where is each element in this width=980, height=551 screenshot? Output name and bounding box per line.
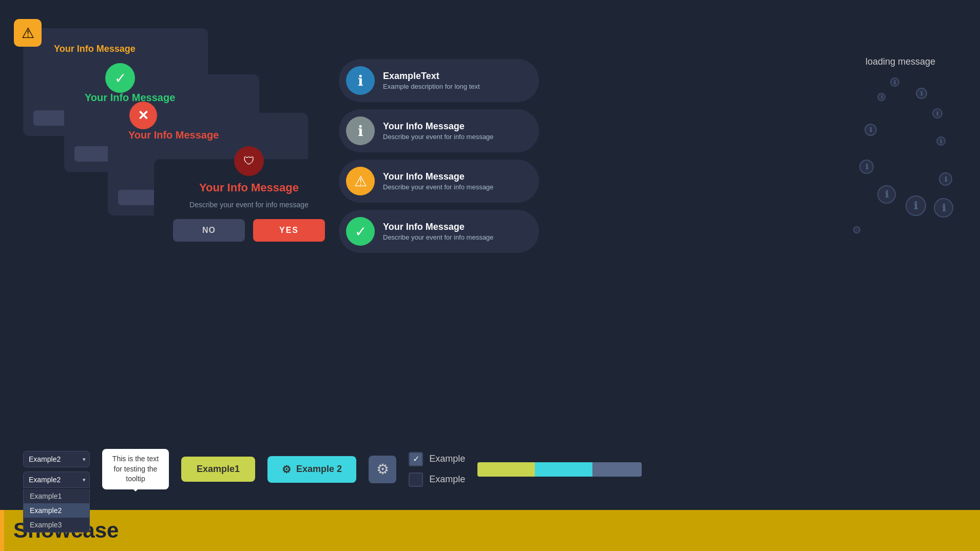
info-title-0: ExampleText: [383, 71, 480, 82]
info-text-0: ExampleText Example description for long…: [383, 71, 480, 90]
chevron-down-icon: ▾: [83, 456, 86, 462]
dialog-confirm: 🛡 Your Info Message Describe your event …: [154, 159, 344, 282]
dialog-4-buttons: NO YES: [173, 219, 325, 242]
tooltip-text: This is the text for testing the tooltip: [112, 455, 159, 483]
dot-2: ℹ: [916, 88, 927, 99]
dropdown-top[interactable]: Example2 ▾: [23, 451, 90, 467]
dot-12: ·: [853, 226, 860, 233]
spinner-dots: ℹ ℹ ℹ ℹ ℹ ℹ ℹ ℹ ℹ ℹ ℹ ·: [849, 72, 952, 262]
warning-icon-badge: ⚠: [14, 19, 42, 47]
dot-11: ℹ: [939, 172, 952, 186]
info-item-0: ℹ ExampleText Example description for lo…: [339, 59, 539, 102]
chevron-down-icon-2: ▾: [83, 476, 86, 483]
dropdown-open-list: Example1 Example2 Example3: [23, 489, 90, 533]
checkbox-2[interactable]: [409, 473, 423, 487]
dropdown-open-container: Example2 ▾ Example1 Example2 Example3: [23, 471, 90, 488]
dropdown-bottom-value[interactable]: Example2: [23, 471, 90, 488]
warning-circle-icon: ⚠: [354, 173, 367, 190]
progress-segment-cyan: [535, 462, 592, 477]
error-icon-badge: ✕: [129, 102, 157, 129]
check-icon: ✓: [114, 70, 126, 87]
dot-5: ℹ: [864, 124, 877, 136]
dropdown-top-value[interactable]: Example2: [23, 451, 90, 467]
loading-area: loading message ℹ ℹ ℹ ℹ ℹ ℹ ℹ ℹ ℹ ℹ ℹ ·: [844, 56, 957, 262]
info-desc-1: Describe your event for info message: [383, 133, 493, 141]
x-icon: ✕: [138, 108, 149, 124]
dot-1: ℹ: [890, 77, 899, 87]
dropdown-option-example3[interactable]: Example3: [24, 518, 89, 532]
dropdown-option-example2[interactable]: Example2: [24, 503, 89, 518]
checkboxes-area: ✓ Example Example: [409, 452, 465, 487]
tooltip-box: This is the text for testing the tooltip: [102, 449, 169, 489]
dot-10: ℹ: [934, 198, 953, 218]
checkbox-1-label: Example: [429, 454, 465, 464]
gear-icon: ⚙: [376, 461, 389, 478]
dot-6: ℹ: [936, 136, 946, 146]
dot-9: ℹ: [906, 195, 926, 216]
dialog-no-button[interactable]: NO: [173, 219, 245, 242]
dialogs-area: ⚠ Your Info Message ✓ Your Info Message …: [23, 28, 331, 269]
dot-3: ℹ: [932, 108, 943, 119]
bottom-area: Example2 ▾ Example2 ▾ Example1 Example2 …: [23, 449, 642, 489]
shield-icon: 🛡: [243, 154, 255, 168]
checkbox-2-label: Example: [429, 474, 465, 485]
info-desc-0: Example description for long text: [383, 83, 480, 90]
info-list: ℹ ExampleText Example description for lo…: [339, 59, 539, 253]
info-title-3: Your Info Message: [383, 222, 493, 232]
gear-icon-cyan: ⚙: [282, 463, 291, 476]
info-icon-gray: ℹ: [346, 116, 375, 145]
info-title-1: Your Info Message: [383, 121, 493, 132]
info-item-2: ⚠ Your Info Message Describe your event …: [339, 160, 539, 203]
info-text-1: Your Info Message Describe your event fo…: [383, 121, 493, 141]
dialog-yes-button[interactable]: YES: [253, 219, 325, 242]
info-icon-green: ✓: [346, 217, 375, 246]
dialog-4-description: Describe your event for info message: [189, 201, 309, 209]
checkbox-1[interactable]: ✓: [409, 452, 423, 466]
dropdown-group: Example2 ▾ Example2 ▾ Example1 Example2 …: [23, 451, 90, 488]
shield-icon-badge: 🛡: [234, 146, 264, 176]
info-item-3: ✓ Your Info Message Describe your event …: [339, 210, 539, 253]
info-text-2: Your Info Message Describe your event fo…: [383, 171, 493, 191]
example1-button[interactable]: Example1: [181, 457, 255, 482]
progress-segment-gray: [592, 462, 642, 477]
dot-7: ℹ: [859, 160, 874, 174]
info-title-2: Your Info Message: [383, 171, 493, 182]
success-icon-badge: ✓: [105, 63, 135, 93]
info-desc-3: Describe your event for info message: [383, 233, 493, 241]
info-icon-blue: ℹ: [346, 66, 375, 95]
dropdown-option-example1[interactable]: Example1: [24, 489, 89, 503]
showcase-accent-bar: [0, 510, 4, 551]
example2-label: Example 2: [296, 464, 342, 475]
gear-button[interactable]: ⚙: [369, 456, 396, 483]
info-text-3: Your Info Message Describe your event fo…: [383, 222, 493, 241]
checkbox-row-2: Example: [409, 473, 465, 487]
info-icon-orange: ⚠: [346, 167, 375, 195]
warning-icon: ⚠: [22, 25, 34, 42]
progress-segment-yellow: [477, 462, 535, 477]
progress-bar: [477, 462, 642, 477]
dialog-3-title: Your Info Message: [128, 129, 298, 141]
checkbox-row-1: ✓ Example: [409, 452, 465, 466]
info-desc-2: Describe your event for info message: [383, 183, 493, 191]
info-circle-icon-gray: ℹ: [358, 123, 363, 140]
example2-button[interactable]: ⚙ Example 2: [267, 456, 356, 483]
check-circle-icon: ✓: [355, 223, 367, 240]
loading-label: loading message: [844, 56, 957, 67]
info-item-1: ℹ Your Info Message Describe your event …: [339, 109, 539, 152]
info-circle-icon: ℹ: [358, 72, 363, 89]
dialog-1-title: Your Info Message: [54, 44, 198, 54]
dot-4: ℹ: [877, 93, 886, 101]
dot-8: ℹ: [877, 185, 896, 204]
dialog-4-title: Your Info Message: [199, 181, 299, 194]
dialog-2-title: Your Info Message: [85, 92, 249, 104]
showcase-footer: Showcase: [0, 510, 980, 551]
